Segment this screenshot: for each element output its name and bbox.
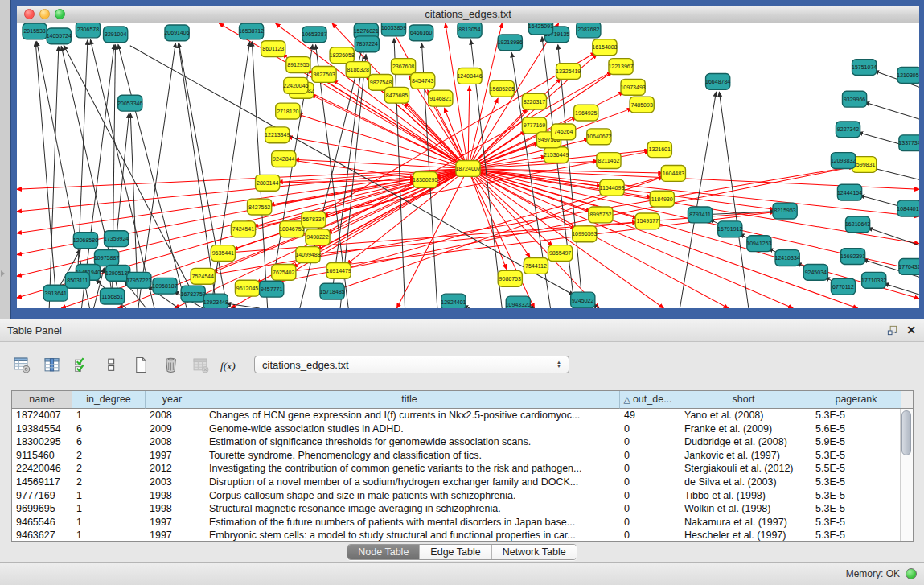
graph-node[interactable]: 10958187: [152, 278, 177, 294]
graph-node[interactable]: 9086753: [498, 270, 522, 286]
graph-node[interactable]: 17359924: [104, 231, 129, 247]
graph-node[interactable]: 1184930: [650, 191, 674, 207]
row-options-icon[interactable]: [101, 355, 121, 374]
graph-node[interactable]: 22420046: [283, 77, 308, 93]
import-table-icon[interactable]: [190, 355, 211, 374]
graph-node[interactable]: 12093832: [831, 153, 856, 169]
graph-node[interactable]: 2803144: [256, 175, 280, 191]
graph-node[interactable]: 8211462: [597, 153, 621, 169]
column-header-short[interactable]: short: [676, 391, 811, 409]
graph-node[interactable]: 18226058: [330, 47, 355, 64]
graph-node[interactable]: 13325419: [556, 64, 581, 80]
graph-node[interactable]: 12068580: [73, 233, 98, 249]
graph-node[interactable]: 16791912: [717, 221, 742, 237]
graph-node[interactable]: 10844012: [897, 200, 919, 216]
graph-node[interactable]: 8503111: [65, 272, 89, 288]
graph-node[interactable]: 12410334: [775, 250, 800, 266]
scrollbar-thumb[interactable]: [901, 410, 911, 455]
graph-node[interactable]: 7544112: [524, 258, 548, 274]
graph-node[interactable]: 7524544: [191, 268, 215, 284]
graph-node[interactable]: 10996593: [572, 226, 597, 242]
graph-node[interactable]: 16538712: [239, 23, 264, 39]
graph-node[interactable]: 2367608: [391, 59, 415, 75]
graph-node[interactable]: 12408446: [457, 68, 482, 84]
graph-node[interactable]: 2087682: [577, 23, 601, 38]
tab-node-table[interactable]: Node Table: [347, 545, 420, 559]
graph-node[interactable]: 9855497: [548, 245, 573, 262]
function-builder-icon[interactable]: f(x): [220, 355, 240, 374]
graph-node[interactable]: 3913641: [43, 285, 68, 301]
graph-node[interactable]: 10640672: [586, 129, 611, 145]
graph-node[interactable]: 746264: [552, 124, 576, 140]
graph-node[interactable]: 8912955: [286, 57, 310, 73]
tab-edge-table[interactable]: Edge Table: [420, 545, 491, 559]
graph-node[interactable]: 1964925: [574, 105, 598, 121]
graph-node[interactable]: 9245034: [803, 264, 827, 280]
table-row[interactable]: 977716911998Corpus callosum shape and si…: [12, 489, 913, 503]
graph-node[interactable]: 21536449: [544, 147, 569, 163]
table-row[interactable]: 969969511998Structural magnetic resonanc…: [12, 502, 913, 516]
graph-node[interactable]: 9777169: [522, 117, 546, 134]
column-header-title[interactable]: title: [199, 391, 620, 409]
table-selector-dropdown[interactable]: citations_edges.txt▲▼: [254, 356, 569, 373]
graph-node[interactable]: 8813054: [458, 23, 482, 38]
column-header-in_degree[interactable]: in_degree: [72, 391, 146, 409]
graph-node[interactable]: 2306578: [76, 23, 100, 38]
graph-node[interactable]: 8220317: [522, 93, 546, 109]
graph-node[interactable]: 8995752: [589, 207, 613, 223]
table-row[interactable]: 946362711997Embryonic stem cells: a mode…: [12, 529, 913, 542]
graph-node[interactable]: 10973493: [620, 79, 645, 95]
graph-node[interactable]: 8186328: [346, 62, 370, 78]
table-row[interactable]: 1456911722003Disruption of a novel membe…: [12, 476, 913, 489]
graph-node[interactable]: 12103054: [897, 68, 919, 84]
table-settings-icon[interactable]: [11, 355, 32, 374]
graph-node[interactable]: 9245022: [571, 292, 595, 308]
table-row[interactable]: 1938455462009Genome-wide association stu…: [12, 422, 913, 436]
graph-node[interactable]: 20691406: [164, 25, 189, 41]
select-all-icon[interactable]: [71, 355, 92, 374]
graph-node[interactable]: 19218986: [498, 35, 523, 51]
table-row[interactable]: 911546021997Tourette syndrome. Phenomeno…: [12, 449, 913, 463]
graph-node[interactable]: 12213349: [265, 127, 290, 143]
graph-node[interactable]: 16154808: [592, 39, 617, 56]
column-header-out_de[interactable]: △out_de...: [620, 391, 676, 409]
graph-node[interactable]: 12444154: [837, 184, 862, 200]
graph-node[interactable]: 15751074: [852, 60, 877, 76]
graph-node[interactable]: 12213967: [608, 59, 633, 75]
graph-node[interactable]: 9612045: [235, 280, 259, 296]
vertical-scrollbar[interactable]: [900, 409, 913, 541]
show-columns-icon[interactable]: [41, 355, 62, 374]
graph-node[interactable]: 2718120: [276, 103, 300, 119]
graph-node[interactable]: 10653287: [302, 27, 326, 43]
graph-node[interactable]: 10943320: [506, 296, 531, 308]
graph-node[interactable]: 15718485: [319, 283, 344, 299]
graph-node[interactable]: 9329966: [842, 91, 866, 107]
graph-node[interactable]: 9498222: [306, 229, 330, 245]
graph-node[interactable]: 9827503: [312, 67, 336, 83]
graph-node[interactable]: 17957223: [126, 272, 151, 288]
graph-node[interactable]: 12924401: [441, 294, 466, 308]
graph-node[interactable]: 16782759: [181, 286, 206, 302]
graph-node[interactable]: 10975887: [94, 250, 119, 266]
graph-node[interactable]: 1549377: [635, 213, 659, 229]
graph-node[interactable]: 9635441: [211, 245, 235, 262]
graph-node[interactable]: 1604483: [661, 166, 685, 182]
graph-node[interactable]: 15685205: [490, 80, 515, 97]
graph-node[interactable]: 17704321: [898, 259, 919, 275]
graph-node[interactable]: 13377342: [898, 135, 919, 151]
graph-node[interactable]: 9146821: [429, 90, 453, 106]
graph-node[interactable]: 1321601: [647, 142, 671, 158]
graph-node[interactable]: 6466160: [409, 25, 433, 41]
column-header-pagerank[interactable]: pagerank: [811, 391, 901, 409]
network-window-titlebar[interactable]: citations_edges.txt: [17, 6, 919, 24]
graph-node[interactable]: 17710332: [861, 272, 886, 288]
graph-node[interactable]: 15692391: [840, 249, 865, 265]
graph-node[interactable]: 8427552: [248, 199, 272, 215]
graph-node[interactable]: 10046758: [279, 221, 304, 237]
graph-node[interactable]: 14055724: [47, 28, 72, 44]
graph-node[interactable]: 1156851: [101, 288, 125, 304]
graph-node[interactable]: 14099488: [295, 247, 320, 263]
graph-node[interactable]: 7625402: [272, 264, 296, 280]
graph-node[interactable]: 16425091: [528, 23, 553, 35]
graph-node[interactable]: 7424541: [231, 221, 255, 237]
